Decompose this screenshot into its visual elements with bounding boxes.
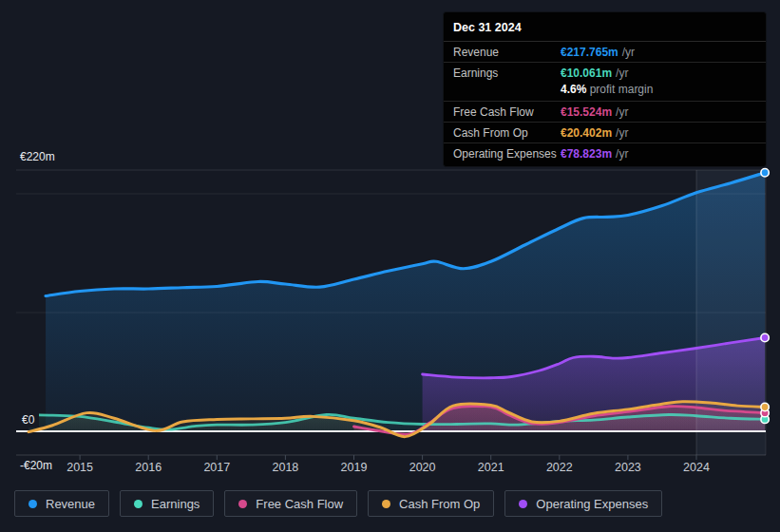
financials-chart-canvas: €220m€0-€20m 201520162017201820192020202… bbox=[0, 0, 780, 532]
tooltip-suffix-free_cash_flow: /yr bbox=[616, 105, 628, 119]
plot-hover-region[interactable] bbox=[16, 170, 766, 455]
y-axis-label--20m: -€20m bbox=[20, 459, 52, 472]
tooltip-value-earnings: €10.061m bbox=[561, 66, 612, 80]
legend-item-operating_expenses[interactable]: Operating Expenses bbox=[504, 490, 662, 517]
tooltip-label-earnings: Earnings bbox=[453, 66, 561, 80]
x-axis-label-2016: 2016 bbox=[125, 461, 171, 474]
legend-label-earnings: Earnings bbox=[151, 497, 200, 511]
tooltip-value-cash_from_op: €20.402m bbox=[561, 126, 612, 140]
cash_from_op-legend-dot-icon bbox=[382, 500, 390, 508]
tooltip-value-operating_expenses: €78.823m bbox=[561, 147, 612, 161]
operating_expenses-legend-dot-icon bbox=[519, 500, 527, 508]
legend-item-cash_from_op[interactable]: Cash From Op bbox=[368, 490, 494, 517]
tooltip-row-operating_expenses: Operating Expenses€78.823m/yr bbox=[444, 143, 766, 163]
tooltip-row-revenue: Revenue€217.765m/yr bbox=[444, 42, 766, 63]
tooltip-row-cash_from_op: Cash From Op€20.402m/yr bbox=[444, 123, 766, 143]
tooltip-value-free_cash_flow: €15.524m bbox=[561, 105, 612, 119]
tooltip-label-free_cash_flow: Free Cash Flow bbox=[453, 105, 561, 119]
tooltip-suffix-operating_expenses: /yr bbox=[616, 147, 628, 161]
legend-label-operating_expenses: Operating Expenses bbox=[536, 497, 648, 511]
x-axis-label-2017: 2017 bbox=[194, 461, 239, 474]
legend-label-free_cash_flow: Free Cash Flow bbox=[256, 497, 343, 511]
tooltip-label-cash_from_op: Cash From Op bbox=[453, 126, 561, 140]
tooltip-suffix-earnings: /yr bbox=[616, 66, 628, 80]
tooltip-suffix-cash_from_op: /yr bbox=[616, 126, 628, 140]
tooltip-row-free_cash_flow: Free Cash Flow€15.524m/yr bbox=[444, 102, 766, 123]
y-axis-label-220m: €220m bbox=[20, 150, 55, 163]
x-axis-label-2023: 2023 bbox=[605, 461, 651, 474]
y-axis-label-0m: €0 bbox=[20, 412, 39, 428]
x-axis-label-2018: 2018 bbox=[262, 461, 308, 474]
legend-item-free_cash_flow[interactable]: Free Cash Flow bbox=[224, 490, 357, 517]
x-axis-label-2024: 2024 bbox=[674, 461, 719, 474]
legend-label-cash_from_op: Cash From Op bbox=[399, 497, 480, 511]
tooltip-label-operating_expenses: Operating Expenses bbox=[453, 147, 561, 161]
tooltip-suffix-revenue: /yr bbox=[622, 46, 635, 59]
tooltip-profit-margin: 4.6% profit margin bbox=[453, 80, 780, 98]
chart-legend: RevenueEarningsFree Cash FlowCash From O… bbox=[14, 490, 662, 517]
data-tooltip-panel: Dec 31 2024 Revenue€217.765m/yrEarnings€… bbox=[444, 12, 766, 166]
x-axis-label-2015: 2015 bbox=[57, 461, 103, 474]
free_cash_flow-legend-dot-icon bbox=[238, 500, 247, 508]
legend-item-revenue[interactable]: Revenue bbox=[14, 490, 109, 517]
tooltip-date: Dec 31 2024 bbox=[444, 12, 766, 42]
earnings-legend-dot-icon bbox=[134, 500, 143, 508]
x-axis-label-2021: 2021 bbox=[468, 461, 514, 474]
tooltip-row-earnings: Earnings€10.061m/yr4.6% profit margin bbox=[444, 63, 766, 102]
x-axis-label-2020: 2020 bbox=[400, 461, 446, 474]
x-axis-label-2019: 2019 bbox=[332, 461, 377, 474]
revenue-legend-dot-icon bbox=[29, 500, 37, 508]
legend-item-earnings[interactable]: Earnings bbox=[120, 490, 214, 517]
x-axis-label-2022: 2022 bbox=[537, 461, 582, 474]
tooltip-value-revenue: €217.765m bbox=[561, 46, 618, 59]
tooltip-label-revenue: Revenue bbox=[453, 46, 561, 59]
legend-label-revenue: Revenue bbox=[46, 497, 95, 511]
